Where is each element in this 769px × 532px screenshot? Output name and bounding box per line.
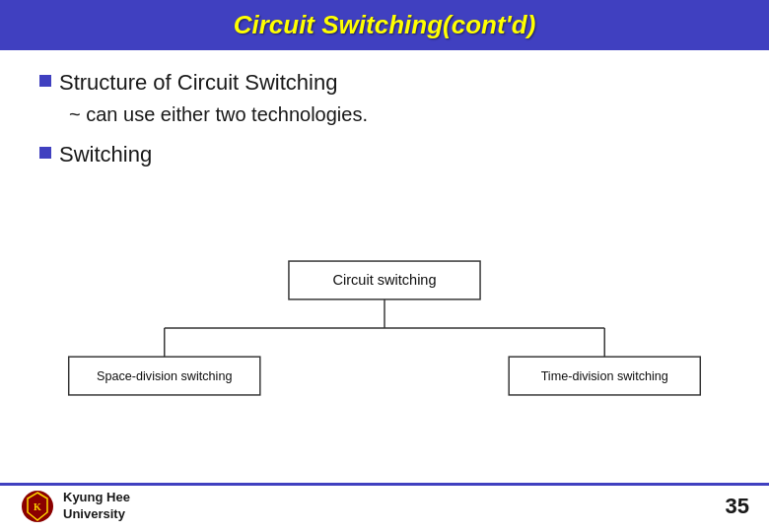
diagram-left-label: Space-division switching — [97, 369, 232, 383]
diagram-svg: Circuit switching Space-division switchi… — [59, 249, 710, 407]
sub-item-1: ~ can use either two technologies. — [69, 103, 730, 126]
slide-footer: K Kyung Hee University 35 — [0, 483, 769, 532]
svg-text:Space-division switching: Space-division switching — [97, 369, 232, 383]
slide: Circuit Switching(cont'd) Structure of C… — [0, 0, 769, 532]
university-logo-icon: K — [20, 489, 55, 524]
bullet-text-1: Structure of Circuit Switching — [59, 70, 337, 96]
svg-text:Time-division switching: Time-division switching — [541, 369, 668, 383]
diagram-top-label: Circuit switching — [332, 272, 436, 288]
slide-header: Circuit Switching(cont'd) — [0, 0, 769, 50]
bullet-text-2: Switching — [59, 142, 152, 167]
bullet-square-2 — [39, 147, 51, 159]
bullet-item-2: Switching — [39, 142, 730, 167]
slide-content: Structure of Circuit Switching ~ can use… — [0, 50, 769, 483]
diagram-right-label: Time-division switching — [541, 369, 668, 383]
footer-university-text: Kyung Hee University — [63, 490, 130, 523]
footer-logo-area: K Kyung Hee University — [20, 489, 130, 524]
sub-text-1: ~ can use either two technologies. — [69, 103, 368, 125]
bullet-square-1 — [39, 75, 51, 87]
svg-text:Circuit switching: Circuit switching — [332, 272, 436, 288]
svg-text:K: K — [34, 501, 41, 512]
slide-title: Circuit Switching(cont'd) — [234, 10, 536, 39]
switching-diagram: Circuit switching Space-division switchi… — [39, 183, 730, 473]
bullet-item-1: Structure of Circuit Switching — [39, 70, 730, 96]
page-number: 35 — [726, 494, 749, 519]
